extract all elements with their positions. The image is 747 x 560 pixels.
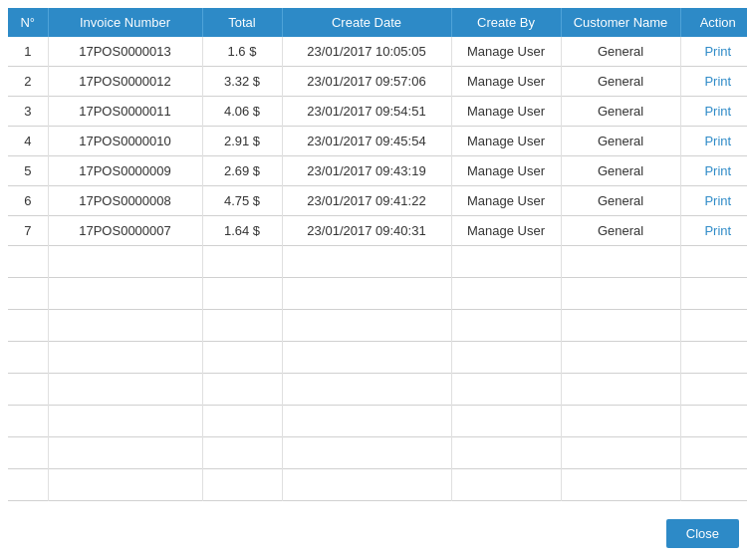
col-header-total: Total [202,8,282,37]
empty-cell [48,469,202,501]
cell-create_by: Manage User [451,37,561,67]
table-row: 417POS00000102.91 $23/01/2017 09:45:54Ma… [8,127,747,156]
table-row: 717POS00000071.64 $23/01/2017 09:40:31Ma… [8,216,747,246]
cell-action[interactable]: Print [680,97,747,127]
empty-cell [48,406,202,437]
footer: Close [8,511,739,552]
table-row: 217POS00000123.32 $23/01/2017 09:57:06Ma… [8,67,747,97]
empty-cell [561,374,680,406]
cell-customer_name: General [561,67,680,97]
empty-cell [561,310,680,342]
cell-customer_name: General [561,37,680,67]
cell-invoice_number: 17POS0000007 [48,216,202,246]
empty-cell [202,278,282,310]
print-link[interactable]: Print [704,104,731,119]
cell-action[interactable]: Print [680,216,747,246]
cell-n: 6 [8,186,48,216]
empty-cell [8,437,48,469]
cell-action[interactable]: Print [680,156,747,186]
col-header-create_date: Create Date [282,8,451,37]
empty-cell [8,310,48,342]
cell-create_date: 23/01/2017 09:40:31 [282,216,451,246]
cell-invoice_number: 17POS0000008 [48,186,202,216]
close-button[interactable]: Close [666,519,739,548]
print-link[interactable]: Print [704,74,731,89]
empty-cell [8,406,48,437]
cell-total: 3.32 $ [202,67,282,97]
empty-cell [282,342,451,374]
cell-create_date: 23/01/2017 09:41:22 [282,186,451,216]
table-row: 317POS00000114.06 $23/01/2017 09:54:51Ma… [8,97,747,127]
print-link[interactable]: Print [704,193,731,208]
cell-action[interactable]: Print [680,127,747,156]
empty-row [8,374,747,406]
empty-cell [48,246,202,278]
empty-cell [680,437,747,469]
empty-cell [48,342,202,374]
table-row: 117POS00000131.6 $23/01/2017 10:05:05Man… [8,37,747,67]
invoice-table: N°Invoice NumberTotalCreate DateCreate B… [8,8,747,501]
empty-cell [282,374,451,406]
empty-cell [561,246,680,278]
empty-cell [451,437,561,469]
empty-cell [282,469,451,501]
cell-n: 2 [8,67,48,97]
cell-invoice_number: 17POS0000013 [48,37,202,67]
empty-cell [680,342,747,374]
empty-cell [202,310,282,342]
empty-cell [8,342,48,374]
empty-cell [680,246,747,278]
empty-cell [282,310,451,342]
cell-action[interactable]: Print [680,37,747,67]
main-container: N°Invoice NumberTotalCreate DateCreate B… [0,0,747,560]
empty-cell [680,310,747,342]
empty-cell [8,278,48,310]
empty-cell [202,246,282,278]
cell-action[interactable]: Print [680,186,747,216]
print-link[interactable]: Print [704,223,731,238]
print-link[interactable]: Print [704,134,731,148]
cell-create_date: 23/01/2017 10:05:05 [282,37,451,67]
empty-cell [451,374,561,406]
cell-n: 7 [8,216,48,246]
cell-total: 1.64 $ [202,216,282,246]
cell-invoice_number: 17POS0000010 [48,127,202,156]
cell-action[interactable]: Print [680,67,747,97]
empty-cell [561,469,680,501]
empty-cell [48,437,202,469]
cell-create_by: Manage User [451,127,561,156]
cell-total: 2.69 $ [202,156,282,186]
cell-n: 3 [8,97,48,127]
cell-total: 4.06 $ [202,97,282,127]
empty-cell [451,310,561,342]
cell-create_by: Manage User [451,216,561,246]
cell-total: 1.6 $ [202,37,282,67]
col-header-invoice_number: Invoice Number [48,8,202,37]
empty-cell [202,469,282,501]
empty-cell [48,310,202,342]
cell-customer_name: General [561,127,680,156]
cell-create_by: Manage User [451,67,561,97]
empty-cell [202,437,282,469]
print-link[interactable]: Print [704,44,731,59]
empty-cell [451,406,561,437]
print-link[interactable]: Print [704,163,731,178]
cell-customer_name: General [561,186,680,216]
empty-row [8,310,747,342]
table-row: 617POS00000084.75 $23/01/2017 09:41:22Ma… [8,186,747,216]
empty-cell [680,278,747,310]
empty-cell [451,246,561,278]
cell-create_by: Manage User [451,186,561,216]
cell-create_date: 23/01/2017 09:54:51 [282,97,451,127]
cell-customer_name: General [561,97,680,127]
empty-cell [8,469,48,501]
cell-n: 1 [8,37,48,67]
empty-row [8,437,747,469]
cell-create_by: Manage User [451,156,561,186]
cell-invoice_number: 17POS0000011 [48,97,202,127]
empty-cell [680,374,747,406]
empty-cell [451,469,561,501]
empty-row [8,469,747,501]
cell-create_date: 23/01/2017 09:43:19 [282,156,451,186]
empty-cell [282,246,451,278]
